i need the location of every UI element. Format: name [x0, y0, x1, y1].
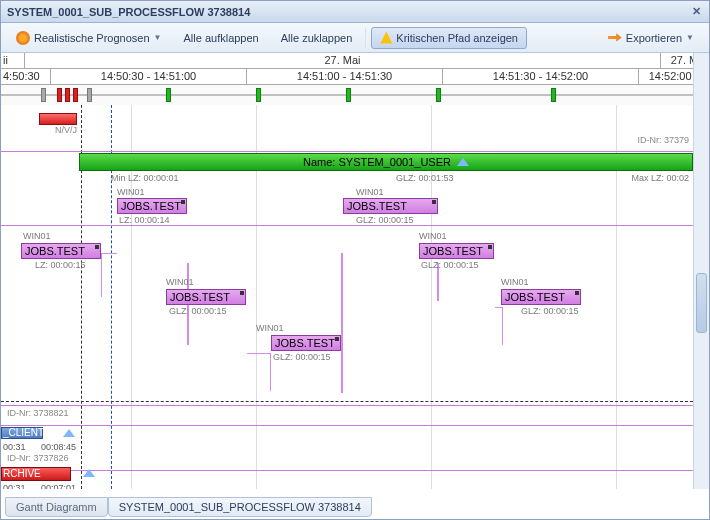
marker-row — [1, 85, 709, 105]
host-label: WIN01 — [117, 187, 145, 197]
host-label: WIN01 — [256, 323, 284, 333]
window-titlebar: SYSTEM_0001_SUB_PROCESSFLOW 3738814 ✕ — [1, 1, 709, 23]
gantt-chart[interactable]: N/V/J ID-Nr: 37379 Name: SYSTEM_0001_USE… — [1, 105, 709, 489]
time-label: 00:31 — [3, 483, 26, 489]
time-label: 00:31 — [3, 442, 26, 452]
time-label: 00:08:45 — [41, 442, 76, 452]
client-label: _CLIENT — [3, 427, 44, 438]
time-cell: 14:51:00 - 14:51:30 — [247, 69, 443, 84]
max-lz: Max LZ: 00:02 — [631, 173, 689, 183]
prognoses-label: Realistische Prognosen — [34, 32, 150, 44]
toolbar: Realistische Prognosen ▼ Alle aufklappen… — [1, 23, 709, 53]
lz-label: LZ: 00:00:15 — [35, 260, 86, 270]
min-lz: Min LZ: 00:00:01 — [111, 173, 179, 183]
job-box[interactable]: JOBS.TEST — [271, 335, 341, 351]
triangle-up-icon — [457, 158, 469, 166]
job-box[interactable]: JOBS.TEST — [21, 243, 101, 259]
lz-label: GLZ: 00:00:15 — [421, 260, 479, 270]
tab-gantt[interactable]: Gantt Diagramm — [5, 497, 108, 517]
lz-label: GLZ: 00:00:15 — [521, 306, 579, 316]
bottom-tabs: Gantt Diagramm SYSTEM_0001_SUB_PROCESSFL… — [5, 497, 372, 517]
day-cell: 27. Mai — [25, 53, 661, 68]
lz-label: LZ: 00:00:14 — [119, 215, 170, 225]
lz-label: GLZ: 00:00:15 — [273, 352, 331, 362]
id-label: ID-Nr: 3737826 — [7, 453, 69, 463]
critical-path-button[interactable]: Kritischen Pfad anzeigen — [371, 27, 527, 49]
time-cell: 14:50:30 - 14:51:00 — [51, 69, 247, 84]
prognoses-button[interactable]: Realistische Prognosen ▼ — [7, 27, 171, 49]
host-label: WIN01 — [23, 231, 51, 241]
day-cell: ii — [1, 53, 25, 68]
job-box[interactable]: JOBS.TEST — [117, 198, 187, 214]
timeline-header: ii 27. Mai 27. M 4:50:30 14:50:30 - 14:5… — [1, 53, 709, 105]
chevron-down-icon: ▼ — [154, 33, 162, 42]
gantt-canvas[interactable]: ii 27. Mai 27. M 4:50:30 14:50:30 - 14:5… — [1, 53, 709, 489]
tab-processflow[interactable]: SYSTEM_0001_SUB_PROCESSFLOW 3738814 — [108, 497, 372, 517]
job-box[interactable]: JOBS.TEST — [343, 198, 438, 214]
warning-icon — [380, 32, 392, 44]
job-box[interactable]: JOBS.TEST — [501, 289, 581, 305]
expand-all-button[interactable]: Alle aufklappen — [175, 27, 268, 49]
chevron-down-icon: ▼ — [686, 33, 694, 42]
glz: GLZ: 00:01:53 — [396, 173, 454, 183]
status-bar-red — [39, 113, 77, 125]
job-box[interactable]: JOBS.TEST — [419, 243, 494, 259]
triangle-up-icon — [83, 469, 95, 477]
window-title: SYSTEM_0001_SUB_PROCESSFLOW 3738814 — [7, 6, 250, 18]
close-icon[interactable]: ✕ — [689, 5, 703, 19]
host-label: WIN01 — [501, 277, 529, 287]
lz-label: GLZ: 00:00:15 — [169, 306, 227, 316]
scrollbar-thumb[interactable] — [696, 273, 707, 333]
export-button[interactable]: Exportieren ▼ — [599, 27, 703, 49]
time-label: 00:07:01 — [41, 483, 76, 489]
gear-icon — [16, 31, 30, 45]
lz-label: GLZ: 00:00:15 — [356, 215, 414, 225]
id-label: ID-Nr: 3738821 — [7, 408, 69, 418]
time-cell: 14:51:30 - 14:52:00 — [443, 69, 639, 84]
host-label: WIN01 — [356, 187, 384, 197]
vertical-scrollbar[interactable] — [693, 53, 709, 489]
triangle-up-icon — [63, 429, 75, 437]
export-icon — [608, 31, 622, 45]
separator — [365, 28, 367, 48]
host-label: WIN01 — [419, 231, 447, 241]
host-label: WIN01 — [166, 277, 194, 287]
time-cell: 4:50:30 — [1, 69, 51, 84]
id-label: ID-Nr: 37379 — [637, 135, 689, 145]
process-bar[interactable]: Name: SYSTEM_0001_USER — [79, 153, 693, 171]
job-box[interactable]: JOBS.TEST — [166, 289, 246, 305]
archive-label: RCHIVE — [3, 468, 41, 479]
label: N/V/J — [55, 125, 77, 135]
collapse-all-button[interactable]: Alle zuklappen — [272, 27, 362, 49]
